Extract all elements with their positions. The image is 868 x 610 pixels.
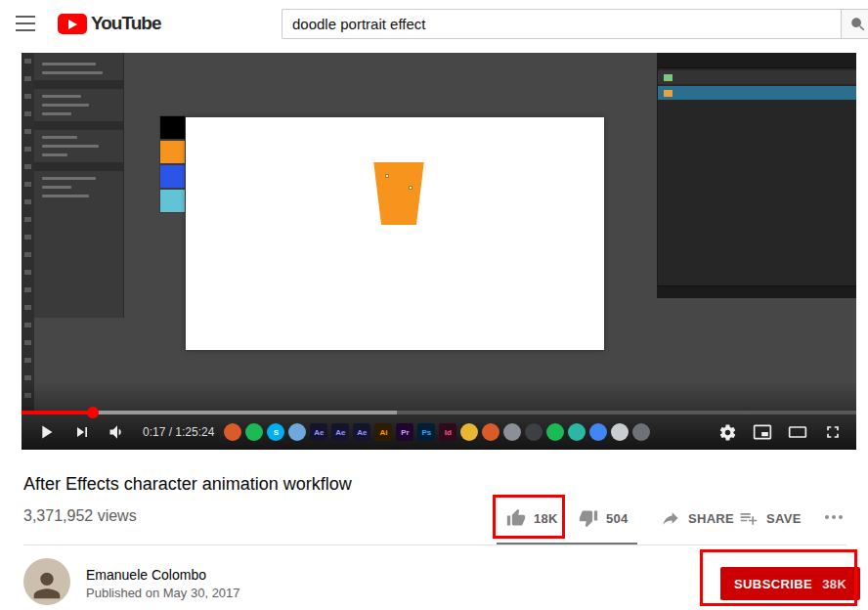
menu-button[interactable]: [16, 16, 35, 31]
skype-icon: S: [267, 423, 284, 441]
youtube-play-icon: [58, 14, 87, 34]
share-label: SHARE: [688, 511, 734, 526]
publish-date: Published on May 30, 2017: [86, 586, 240, 600]
premiere-icon: Pr: [396, 423, 413, 441]
sentiment-bar: [497, 543, 637, 545]
playlist-add-icon: [739, 508, 759, 528]
youtube-logo[interactable]: YouTube: [58, 13, 160, 34]
gear-icon: [718, 423, 737, 442]
subscribe-label: SUBSCRIBE: [734, 577, 812, 591]
artboard: [186, 117, 604, 350]
illustrator-properties-panel: [34, 53, 124, 318]
photoshop-icon: Ps: [417, 423, 435, 441]
subscribe-button[interactable]: SUBSCRIBE 38K: [720, 567, 860, 600]
play-button[interactable]: [35, 421, 57, 443]
search-icon: [849, 16, 867, 33]
taskbar-icons: SAeAeAeAiPrPsId: [224, 423, 650, 441]
dislike-count: 504: [606, 511, 629, 526]
spotify-icon: [245, 423, 263, 441]
thumb-down-icon: [579, 508, 598, 528]
time-display: 0:17 / 1:25:24: [143, 425, 214, 439]
subscriber-count: 38K: [822, 577, 846, 591]
fullscreen-icon: [823, 422, 843, 442]
after-effects-icon: Ae: [353, 423, 370, 441]
theater-icon: [788, 422, 807, 442]
save-button[interactable]: SAVE: [739, 508, 802, 528]
swatch-column: [159, 115, 186, 213]
like-button[interactable]: 18K: [506, 508, 558, 528]
more-actions-button[interactable]: [825, 515, 843, 519]
anchor-point: [409, 186, 412, 190]
search-button[interactable]: [841, 9, 868, 39]
next-button[interactable]: [72, 422, 92, 442]
illustrator-layers-panel: [657, 53, 856, 298]
firefox-icon: [482, 423, 499, 441]
more-dots-icon: [825, 515, 829, 519]
color-swatch[interactable]: [159, 189, 186, 213]
play-icon: [35, 421, 57, 443]
spotify-icon: [546, 423, 564, 441]
after-effects-icon: Ae: [310, 423, 327, 441]
settings-button[interactable]: [718, 423, 737, 442]
dislike-button[interactable]: 504: [579, 508, 629, 528]
app-icon: [503, 423, 521, 441]
view-count: 3,371,952 views: [23, 507, 137, 525]
search-input[interactable]: [282, 9, 841, 39]
share-icon: [661, 508, 680, 528]
layers-panel-footer: [658, 285, 856, 298]
after-effects-icon: Ae: [331, 423, 349, 441]
thumb-up-icon: [506, 508, 526, 528]
app-icon: [525, 423, 542, 441]
channel-name[interactable]: Emanuele Colombo: [86, 567, 206, 583]
share-button[interactable]: SHARE: [661, 508, 734, 528]
firefox-icon: [224, 423, 241, 441]
player-controls: 0:17 / 1:25:24 SAeAeAeAiPrPsId: [22, 414, 856, 450]
like-count: 18K: [534, 511, 558, 526]
miniplayer-button[interactable]: [753, 422, 772, 442]
divider: [23, 545, 846, 545]
theater-mode-button[interactable]: [788, 422, 807, 442]
color-swatch[interactable]: [159, 140, 186, 164]
app-icon: [611, 423, 629, 441]
save-label: SAVE: [766, 511, 802, 526]
app-icon: [632, 423, 650, 441]
app-icon: [460, 423, 478, 441]
next-icon: [72, 422, 92, 442]
layers-panel-tabs: [658, 53, 856, 68]
top-bar: YouTube: [0, 0, 868, 47]
color-swatch[interactable]: [159, 115, 186, 140]
anchor-point: [385, 174, 389, 178]
layer-row-selected: [658, 86, 856, 100]
person-icon: [27, 566, 66, 605]
hamburger-icon: [16, 16, 35, 18]
illustrator-toolbar: [22, 53, 34, 414]
youtube-watch-page: YouTube: [0, 0, 868, 610]
fullscreen-button[interactable]: [823, 422, 843, 442]
miniplayer-icon: [753, 422, 772, 442]
volume-button[interactable]: [108, 422, 127, 442]
channel-avatar[interactable]: [23, 558, 70, 605]
video-title: After Effects character animation workfl…: [23, 474, 352, 495]
volume-icon: [108, 422, 127, 442]
color-swatch[interactable]: [159, 164, 186, 189]
youtube-logo-text: YouTube: [91, 13, 160, 34]
app-icon: [589, 423, 607, 441]
illustrator-icon: Ai: [374, 423, 392, 441]
app-icon: [568, 423, 586, 441]
indesign-icon: Id: [439, 423, 456, 441]
video-player[interactable]: 0:17 / 1:25:24 SAeAeAeAiPrPsId: [22, 53, 856, 450]
layer-row: [658, 70, 856, 84]
browser-icon: [288, 423, 306, 441]
